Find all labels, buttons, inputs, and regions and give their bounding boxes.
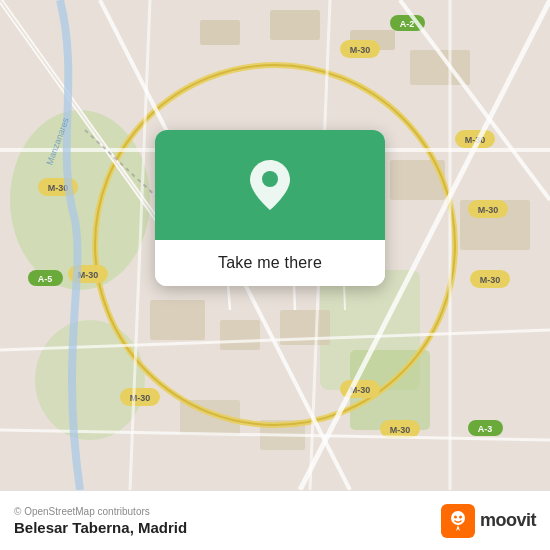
svg-rect-9	[150, 300, 205, 340]
osm-attribution: © OpenStreetMap contributors	[14, 506, 187, 517]
location-card: Take me there	[155, 130, 385, 286]
card-map-section	[155, 130, 385, 240]
svg-text:M-30: M-30	[478, 205, 499, 215]
moovit-logo: moovit	[441, 504, 536, 538]
svg-rect-6	[270, 10, 320, 40]
svg-text:A-3: A-3	[478, 424, 493, 434]
location-name: Belesar Taberna, Madrid	[14, 519, 187, 536]
svg-text:M-30: M-30	[390, 425, 411, 435]
location-city-text: Madrid	[138, 519, 187, 536]
svg-rect-5	[200, 20, 240, 45]
location-separator: ,	[130, 519, 138, 536]
take-me-there-button[interactable]: Take me there	[155, 240, 385, 286]
map-background: M-30 M-30 M-30 M-30 M-30 M-30 M-30 M-30 …	[0, 0, 550, 490]
footer-left: © OpenStreetMap contributors Belesar Tab…	[14, 506, 187, 536]
footer-bar: © OpenStreetMap contributors Belesar Tab…	[0, 490, 550, 550]
svg-point-60	[262, 171, 278, 187]
moovit-text: moovit	[480, 510, 536, 531]
moovit-icon	[441, 504, 475, 538]
svg-text:M-30: M-30	[480, 275, 501, 285]
location-pin-icon	[245, 155, 295, 215]
svg-text:A-2: A-2	[400, 19, 415, 29]
svg-rect-10	[220, 320, 260, 350]
location-name-text: Belesar Taberna	[14, 519, 130, 536]
svg-text:M-30: M-30	[350, 45, 371, 55]
svg-point-63	[454, 515, 457, 518]
svg-point-64	[459, 515, 462, 518]
svg-text:A-5: A-5	[38, 274, 53, 284]
svg-point-2	[35, 320, 145, 440]
